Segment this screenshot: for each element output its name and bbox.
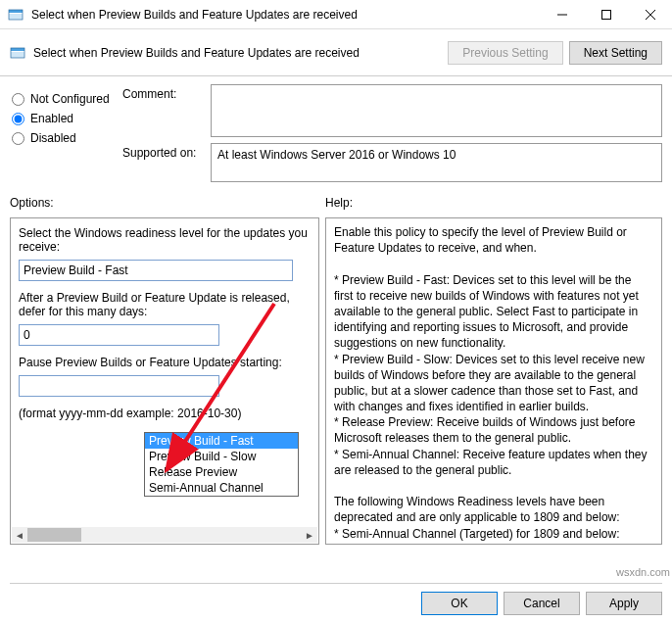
radio-enabled[interactable]: Enabled	[10, 112, 122, 125]
scroll-right-arrow-icon[interactable]: ►	[302, 527, 317, 543]
format-hint: (format yyyy-mm-dd example: 2016-10-30)	[19, 407, 311, 420]
help-bullet: * Preview Build - Slow: Devices set to t…	[334, 352, 653, 415]
dropdown-item-semi-annual[interactable]: Semi-Annual Channel	[145, 480, 298, 496]
svg-rect-8	[11, 52, 24, 58]
radio-enabled-input[interactable]	[12, 113, 24, 125]
policy-icon	[10, 45, 25, 61]
app-icon	[8, 7, 24, 23]
options-section-label: Options:	[10, 196, 325, 210]
watermark: wsxdn.com	[616, 566, 670, 578]
window-title: Select when Preview Builds and Feature U…	[31, 8, 540, 22]
comment-label: Comment:	[122, 84, 211, 137]
svg-rect-4	[601, 10, 610, 19]
header-title: Select when Preview Builds and Feature U…	[33, 46, 442, 60]
button-divider	[10, 583, 662, 584]
comment-textarea[interactable]	[211, 84, 662, 137]
readiness-level-select[interactable]	[19, 260, 293, 281]
cancel-button[interactable]: Cancel	[504, 592, 580, 615]
defer-days-label: After a Preview Build or Feature Update …	[19, 291, 311, 318]
svg-rect-7	[11, 48, 24, 51]
options-panel: Select the Windows readiness level for t…	[10, 217, 319, 545]
form-column: Comment: Supported on: At least Windows …	[122, 84, 662, 188]
readiness-dropdown-popup[interactable]: Preview Build - Fast Preview Build - Slo…	[144, 432, 299, 497]
minimize-button[interactable]	[540, 0, 584, 29]
help-section-label: Help:	[325, 196, 662, 210]
help-bullet: * Semi-Annual Channel: Receive feature u…	[334, 447, 653, 478]
ok-button[interactable]: OK	[421, 592, 498, 615]
header-bar: Select when Preview Builds and Feature U…	[0, 29, 672, 76]
help-paragraph: The following Windows Readiness levels h…	[334, 494, 653, 525]
panels-row: Select the Windows readiness level for t…	[0, 217, 672, 545]
pause-starting-label: Pause Preview Builds or Feature Updates …	[19, 356, 311, 369]
supported-label: Supported on:	[122, 143, 211, 182]
scroll-thumb[interactable]	[27, 528, 81, 542]
config-area: Not Configured Enabled Disabled Comment:…	[0, 76, 672, 194]
defer-days-input[interactable]	[19, 324, 219, 346]
state-radio-group: Not Configured Enabled Disabled	[10, 84, 122, 188]
radio-enabled-label: Enabled	[30, 112, 73, 125]
radio-disabled-label: Disabled	[30, 131, 76, 145]
readiness-level-label: Select the Windows readiness level for t…	[19, 226, 311, 254]
radio-not-configured[interactable]: Not Configured	[10, 92, 122, 106]
help-paragraph: Enable this policy to specify the level …	[334, 224, 653, 256]
previous-setting-button[interactable]: Previous Setting	[448, 41, 562, 65]
apply-button[interactable]: Apply	[586, 592, 662, 615]
dropdown-item-slow[interactable]: Preview Build - Slow	[145, 449, 298, 464]
options-horizontal-scrollbar[interactable]: ◄ ►	[12, 527, 317, 543]
supported-on-box: At least Windows Server 2016 or Windows …	[211, 143, 662, 182]
supported-on-text: At least Windows Server 2016 or Windows …	[217, 148, 456, 162]
close-button[interactable]	[628, 0, 672, 29]
scroll-left-arrow-icon[interactable]: ◄	[12, 527, 27, 543]
window-controls	[540, 0, 672, 29]
radio-not-configured-label: Not Configured	[30, 92, 110, 106]
dropdown-item-fast[interactable]: Preview Build - Fast	[145, 433, 298, 449]
help-bullet: * Release Preview: Receive builds of Win…	[334, 414, 653, 446]
help-panel[interactable]: Enable this policy to specify the level …	[325, 217, 662, 545]
maximize-button[interactable]	[584, 0, 628, 29]
svg-rect-0	[9, 10, 23, 13]
pause-starting-input[interactable]	[19, 375, 219, 397]
dropdown-item-release-preview[interactable]: Release Preview	[145, 464, 298, 480]
radio-disabled-input[interactable]	[12, 132, 24, 145]
title-bar: Select when Preview Builds and Feature U…	[0, 0, 672, 29]
help-bullet: * Preview Build - Fast: Devices set to t…	[334, 272, 653, 352]
section-labels-row: Options: Help:	[0, 194, 672, 217]
dialog-button-bar: OK Cancel Apply	[421, 592, 662, 615]
radio-not-configured-input[interactable]	[12, 93, 24, 106]
radio-disabled[interactable]: Disabled	[10, 131, 122, 145]
next-setting-button[interactable]: Next Setting	[569, 41, 662, 65]
svg-rect-1	[9, 14, 23, 20]
help-bullet: * Semi-Annual Channel (Targeted) for 180…	[334, 526, 653, 545]
